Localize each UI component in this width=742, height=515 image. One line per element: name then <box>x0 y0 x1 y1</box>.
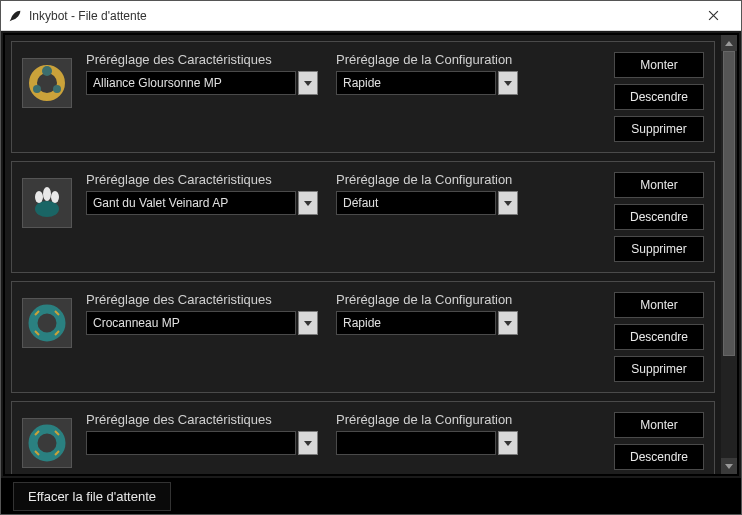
row-fields: Préréglage des CaractéristiquesGant du V… <box>86 172 600 215</box>
dropdown-icon[interactable] <box>498 71 518 95</box>
scroll-down-arrow[interactable] <box>721 458 737 474</box>
window-title: Inkybot - File d'attente <box>29 9 693 23</box>
svg-point-7 <box>51 191 59 203</box>
body: Préréglage des CaractéristiquesAlliance … <box>3 33 739 476</box>
clear-queue-button[interactable]: Effacer la file d'attente <box>13 482 171 511</box>
row-actions: MonterDescendreSupprimer <box>614 172 704 262</box>
svg-point-6 <box>43 187 51 201</box>
char-preset-label: Préréglage des Caractéristiques <box>86 172 318 187</box>
char-preset-column: Préréglage des CaractéristiquesAlliance … <box>86 52 318 95</box>
move-up-button[interactable]: Monter <box>614 412 704 438</box>
row-actions: MonterDescendreSupprimer <box>614 412 704 474</box>
conf-preset-column: Préréglage de la ConfigurationDéfaut <box>336 172 518 215</box>
row-fields: Préréglage des CaractéristiquesAlliance … <box>86 52 600 95</box>
char-preset-value: Gant du Valet Veinard AP <box>86 191 296 215</box>
conf-preset-value: Défaut <box>336 191 496 215</box>
row-actions: MonterDescendreSupprimer <box>614 292 704 382</box>
conf-preset-label: Préréglage de la Configuration <box>336 412 518 427</box>
row-fields: Préréglage des CaractéristiquesCrocannea… <box>86 292 600 335</box>
dropdown-icon[interactable] <box>298 191 318 215</box>
char-preset-label: Préréglage des Caractéristiques <box>86 412 318 427</box>
svg-point-1 <box>42 66 52 76</box>
queue-row: Préréglage des CaractéristiquesPréréglag… <box>11 401 715 474</box>
queue-row: Préréglage des CaractéristiquesAlliance … <box>11 41 715 153</box>
dropdown-icon[interactable] <box>298 311 318 335</box>
conf-preset-column: Préréglage de la ConfigurationRapide <box>336 292 518 335</box>
delete-button[interactable]: Supprimer <box>614 356 704 382</box>
item-thumbnail <box>22 418 72 468</box>
scroll-up-arrow[interactable] <box>721 35 737 51</box>
conf-preset-value: Rapide <box>336 311 496 335</box>
char-preset-select[interactable]: Crocanneau MP <box>86 311 318 335</box>
dropdown-icon[interactable] <box>498 191 518 215</box>
scrollbar[interactable] <box>721 35 737 474</box>
char-preset-value: Alliance Gloursonne MP <box>86 71 296 95</box>
move-down-button[interactable]: Descendre <box>614 204 704 230</box>
conf-preset-column: Préréglage de la ConfigurationRapide <box>336 52 518 95</box>
dropdown-icon[interactable] <box>498 311 518 335</box>
char-preset-column: Préréglage des CaractéristiquesGant du V… <box>86 172 318 215</box>
char-preset-select[interactable] <box>86 431 318 455</box>
scroll-thumb[interactable] <box>723 51 735 356</box>
conf-preset-label: Préréglage de la Configuration <box>336 292 518 307</box>
svg-point-5 <box>35 191 43 203</box>
titlebar: Inkybot - File d'attente <box>1 1 741 31</box>
dropdown-icon[interactable] <box>298 71 318 95</box>
move-up-button[interactable]: Monter <box>614 292 704 318</box>
dropdown-icon[interactable] <box>298 431 318 455</box>
conf-preset-select[interactable]: Défaut <box>336 191 518 215</box>
char-preset-label: Préréglage des Caractéristiques <box>86 292 318 307</box>
char-preset-select[interactable]: Gant du Valet Veinard AP <box>86 191 318 215</box>
scroll-track[interactable] <box>721 51 737 458</box>
delete-button[interactable]: Supprimer <box>614 116 704 142</box>
char-preset-column: Préréglage des CaractéristiquesCrocannea… <box>86 292 318 335</box>
app-window: Inkybot - File d'attente Préréglage des … <box>0 0 742 515</box>
row-fields: Préréglage des CaractéristiquesPréréglag… <box>86 412 600 455</box>
move-up-button[interactable]: Monter <box>614 172 704 198</box>
svg-point-3 <box>53 85 61 93</box>
move-down-button[interactable]: Descendre <box>614 444 704 470</box>
move-down-button[interactable]: Descendre <box>614 84 704 110</box>
char-preset-value: Crocanneau MP <box>86 311 296 335</box>
conf-preset-value: Rapide <box>336 71 496 95</box>
app-feather-icon <box>7 8 23 24</box>
conf-preset-select[interactable] <box>336 431 518 455</box>
move-up-button[interactable]: Monter <box>614 52 704 78</box>
conf-preset-label: Préréglage de la Configuration <box>336 52 518 67</box>
dropdown-icon[interactable] <box>498 431 518 455</box>
char-preset-value <box>86 431 296 455</box>
conf-preset-select[interactable]: Rapide <box>336 71 518 95</box>
delete-button[interactable]: Supprimer <box>614 236 704 262</box>
conf-preset-value <box>336 431 496 455</box>
char-preset-select[interactable]: Alliance Gloursonne MP <box>86 71 318 95</box>
queue-row: Préréglage des CaractéristiquesCrocannea… <box>11 281 715 393</box>
char-preset-label: Préréglage des Caractéristiques <box>86 52 318 67</box>
conf-preset-label: Préréglage de la Configuration <box>336 172 518 187</box>
char-preset-column: Préréglage des Caractéristiques <box>86 412 318 455</box>
conf-preset-column: Préréglage de la Configuration <box>336 412 518 455</box>
row-actions: MonterDescendreSupprimer <box>614 52 704 142</box>
footer: Effacer la file d'attente <box>1 478 741 514</box>
move-down-button[interactable]: Descendre <box>614 324 704 350</box>
close-button[interactable] <box>693 2 733 30</box>
item-thumbnail <box>22 58 72 108</box>
queue-list: Préréglage des CaractéristiquesAlliance … <box>5 35 721 474</box>
svg-point-2 <box>33 85 41 93</box>
item-thumbnail <box>22 298 72 348</box>
conf-preset-select[interactable]: Rapide <box>336 311 518 335</box>
item-thumbnail <box>22 178 72 228</box>
queue-row: Préréglage des CaractéristiquesGant du V… <box>11 161 715 273</box>
svg-point-4 <box>35 201 59 217</box>
